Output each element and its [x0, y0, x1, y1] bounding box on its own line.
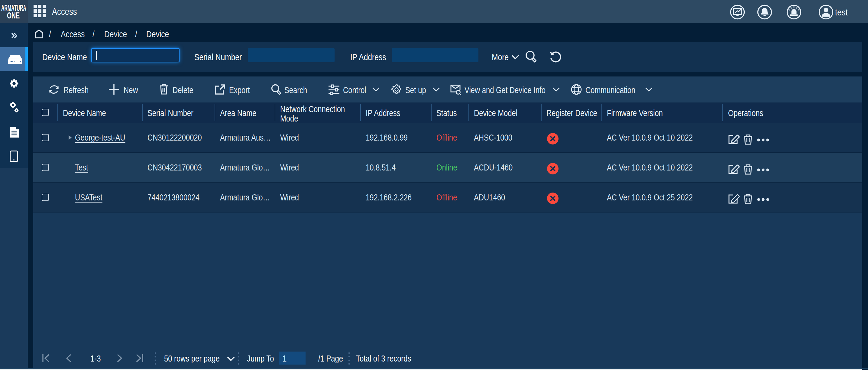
svg-text:test: test [835, 7, 848, 17]
